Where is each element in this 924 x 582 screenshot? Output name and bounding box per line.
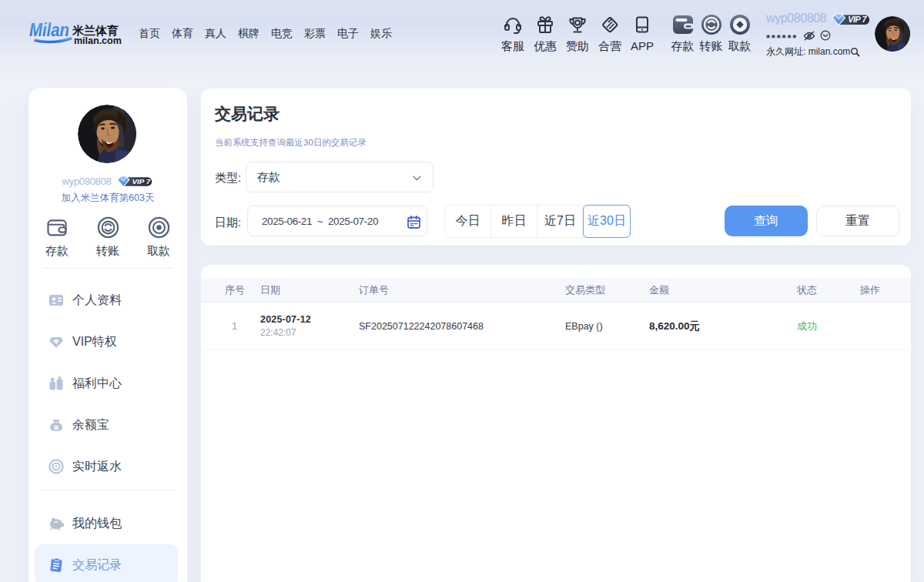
svg-text:milan.com: milan.com [74,35,122,46]
svg-text:Milan: Milan [29,19,69,40]
svg-text:VIP 7: VIP 7 [848,15,867,24]
svg-text:VIP 7: VIP 7 [132,177,151,186]
